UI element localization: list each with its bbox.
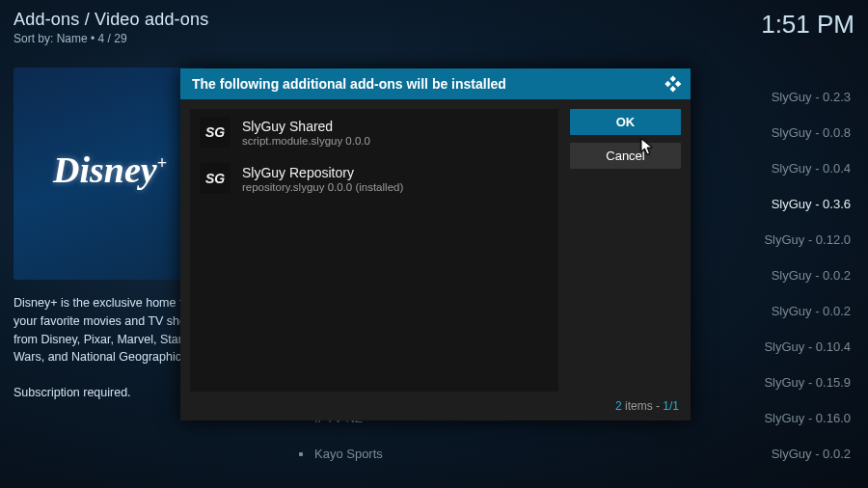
dependency-list[interactable]: SG SlyGuy Shared script.module.slyguy 0.…: [190, 109, 558, 392]
dependency-row[interactable]: SG SlyGuy Shared script.module.slyguy 0.…: [200, 117, 549, 148]
sort-line: Sort by: Name • 4 / 29: [14, 32, 208, 45]
dialog-body: SG SlyGuy Shared script.module.slyguy 0.…: [180, 99, 691, 397]
poster-logo: Disney+: [53, 149, 167, 191]
dep-name: SlyGuy Repository: [242, 165, 403, 180]
app-window: Add-ons / Video add-ons Sort by: Name • …: [0, 0, 868, 488]
dialog-title: The following additional add-ons will be…: [192, 76, 506, 92]
svg-rect-2: [670, 86, 676, 92]
addon-poster: Disney+: [14, 68, 206, 280]
ok-button[interactable]: OK: [570, 109, 681, 135]
dialog-titlebar: The following additional add-ons will be…: [180, 68, 691, 99]
dialog-buttons: OK Cancel: [570, 109, 681, 392]
header: Add-ons / Video add-ons Sort by: Name • …: [14, 10, 208, 45]
item-count: 4 / 29: [98, 32, 127, 45]
svg-rect-3: [675, 81, 681, 87]
dep-name: SlyGuy Shared: [242, 119, 370, 134]
cancel-button[interactable]: Cancel: [570, 143, 681, 169]
svg-rect-1: [665, 81, 670, 87]
breadcrumb: Add-ons / Video add-ons: [14, 10, 208, 30]
dependency-row[interactable]: SG SlyGuy Repository repository.slyguy 0…: [200, 163, 549, 194]
addon-icon: SG: [200, 163, 231, 194]
kodi-logo-icon: [664, 75, 681, 93]
svg-rect-0: [670, 76, 676, 82]
install-deps-dialog: The following additional add-ons will be…: [180, 68, 691, 420]
dep-subtitle: repository.slyguy 0.0.0 (installed): [242, 181, 403, 193]
clock: 1:51 PM: [761, 10, 854, 40]
addon-icon: SG: [200, 117, 231, 148]
list-item[interactable]: Kayo SportsSlyGuy - 0.0.2: [270, 436, 868, 472]
dialog-footer: 2 items - 1/1: [180, 397, 691, 420]
sort-label[interactable]: Sort by: Name: [14, 32, 88, 45]
dep-subtitle: script.module.slyguy 0.0.0: [242, 135, 370, 147]
